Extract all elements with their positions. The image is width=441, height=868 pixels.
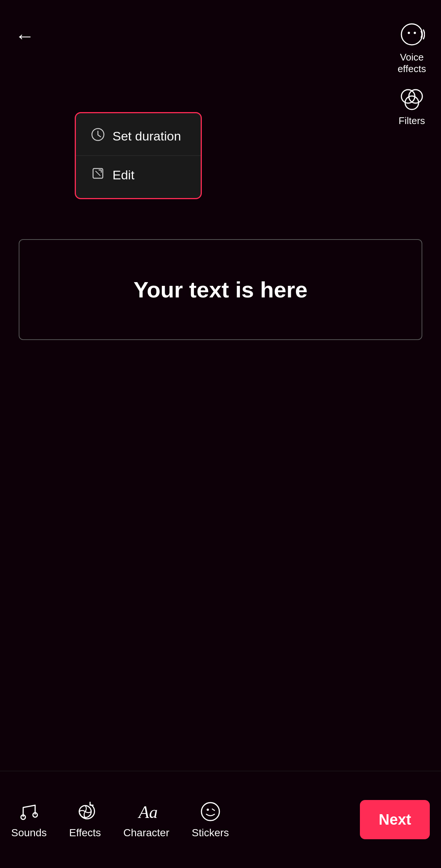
next-button[interactable]: Next — [360, 800, 430, 839]
sounds-label: Sounds — [11, 827, 47, 839]
filters-button[interactable]: Filters — [399, 86, 425, 127]
top-bar: ← Voiceeffects Filte — [0, 0, 441, 97]
filters-label: Filters — [399, 115, 425, 127]
voice-effects-button[interactable]: Voiceeffects — [398, 22, 426, 75]
svg-line-8 — [98, 135, 101, 137]
svg-line-17 — [212, 809, 215, 810]
svg-text:Aa: Aa — [138, 803, 157, 822]
music-note-icon — [18, 801, 40, 822]
effects-nav-item[interactable]: Effects — [69, 801, 101, 839]
svg-point-0 — [401, 24, 422, 45]
edit-label: Edit — [112, 168, 135, 182]
svg-point-15 — [201, 803, 219, 821]
voice-effects-label: Voiceeffects — [398, 52, 426, 75]
sticker-icon — [200, 801, 221, 822]
sounds-nav-item[interactable]: Sounds — [11, 801, 47, 839]
character-label: Character — [123, 827, 169, 839]
context-menu: Set duration Edit — [75, 112, 202, 199]
nav-items: Sounds Effects Aa Character — [11, 801, 360, 839]
effects-label: Effects — [69, 827, 101, 839]
svg-line-10 — [96, 171, 100, 176]
filters-icon — [399, 86, 425, 112]
clock-icon — [91, 127, 105, 145]
stickers-nav-item[interactable]: Stickers — [192, 801, 229, 839]
text-box-content: Your text is here — [133, 277, 308, 303]
voice-effects-icon — [399, 22, 425, 49]
character-nav-item[interactable]: Aa Character — [123, 801, 169, 839]
text-display-box[interactable]: Your text is here — [19, 239, 422, 340]
effects-icon — [74, 801, 96, 822]
set-duration-menu-item[interactable]: Set duration — [76, 117, 201, 156]
text-icon: Aa — [136, 801, 157, 822]
set-duration-label: Set duration — [112, 129, 181, 143]
right-controls: Voiceeffects Filters — [398, 22, 426, 127]
edit-icon — [91, 166, 105, 184]
back-button[interactable]: ← — [15, 26, 34, 46]
stickers-label: Stickers — [192, 827, 229, 839]
svg-point-2 — [414, 32, 416, 34]
bottom-nav: Sounds Effects Aa Character — [0, 771, 441, 868]
edit-menu-item[interactable]: Edit — [76, 156, 201, 194]
svg-point-16 — [207, 809, 209, 811]
svg-point-1 — [408, 32, 410, 34]
